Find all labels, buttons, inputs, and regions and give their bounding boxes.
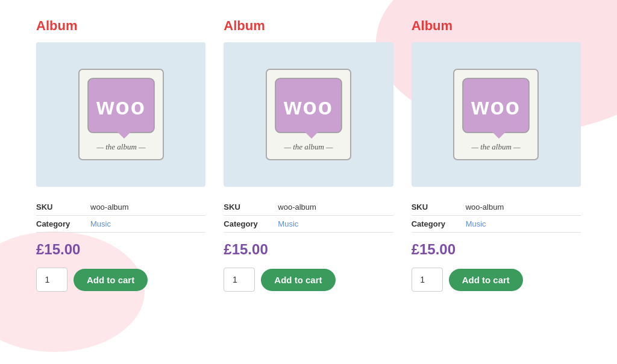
svg-text:— the  album —: — the album —: [283, 142, 333, 151]
product-card-1: Album woo — the album — SKU woo-album Ca…: [36, 18, 205, 292]
category-row-2: Category Music: [224, 216, 393, 233]
product-price-2: £15.00: [224, 241, 393, 258]
product-price-1: £15.00: [36, 241, 205, 258]
sku-label-3: SKU: [412, 202, 466, 212]
sku-row-2: SKU woo-album: [224, 199, 393, 216]
category-link-3[interactable]: Music: [466, 219, 486, 228]
products-grid: Album woo — the album — SKU woo-album Ca…: [36, 18, 581, 292]
product-card-3: Album woo — the album — SKU woo-album Ca…: [412, 18, 581, 292]
category-link-1[interactable]: Music: [90, 219, 111, 228]
svg-text:woo: woo: [283, 94, 333, 119]
product-meta-2: SKU woo-album Category Music: [224, 199, 393, 233]
sku-row-3: SKU woo-album: [412, 199, 581, 216]
sku-value-1: woo-album: [90, 202, 129, 212]
sku-value-2: woo-album: [278, 202, 316, 212]
add-to-cart-button-2[interactable]: Add to cart: [261, 269, 335, 291]
product-price-3: £15.00: [412, 241, 581, 258]
category-link-2[interactable]: Music: [278, 219, 298, 228]
category-row-1: Category Music: [36, 216, 205, 233]
category-label-1: Category: [36, 219, 90, 228]
sku-value-3: woo-album: [466, 202, 504, 212]
product-meta-3: SKU woo-album Category Music: [412, 199, 581, 233]
sku-row-1: SKU woo-album: [36, 199, 205, 216]
svg-text:woo: woo: [471, 94, 521, 119]
page-container: Album woo — the album — SKU woo-album Ca…: [0, 0, 617, 310]
quantity-input-2[interactable]: [224, 268, 255, 292]
product-image-2: woo — the album —: [224, 42, 393, 187]
product-image-3: woo — the album —: [412, 42, 581, 187]
category-row-3: Category Music: [412, 216, 581, 233]
sku-label-2: SKU: [224, 202, 278, 212]
product-title-3: Album: [412, 18, 581, 34]
svg-text:— the  album —: — the album —: [96, 142, 146, 151]
product-meta-1: SKU woo-album Category Music: [36, 199, 205, 233]
add-to-cart-row-3: Add to cart: [412, 268, 581, 292]
product-card-2: Album woo — the album — SKU woo-album Ca…: [224, 18, 393, 292]
add-to-cart-row-2: Add to cart: [224, 268, 393, 292]
category-label-2: Category: [224, 219, 278, 228]
product-image-1: woo — the album —: [36, 42, 205, 187]
category-label-3: Category: [412, 219, 466, 228]
product-title-2: Album: [224, 18, 393, 34]
svg-text:— the  album —: — the album —: [471, 142, 521, 151]
add-to-cart-button-3[interactable]: Add to cart: [449, 269, 523, 291]
add-to-cart-button-1[interactable]: Add to cart: [74, 269, 148, 291]
quantity-input-3[interactable]: [412, 268, 443, 292]
sku-label-1: SKU: [36, 202, 90, 212]
product-title-1: Album: [36, 18, 205, 34]
add-to-cart-row-1: Add to cart: [36, 268, 205, 292]
quantity-input-1[interactable]: [36, 268, 67, 292]
svg-text:woo: woo: [96, 94, 146, 119]
